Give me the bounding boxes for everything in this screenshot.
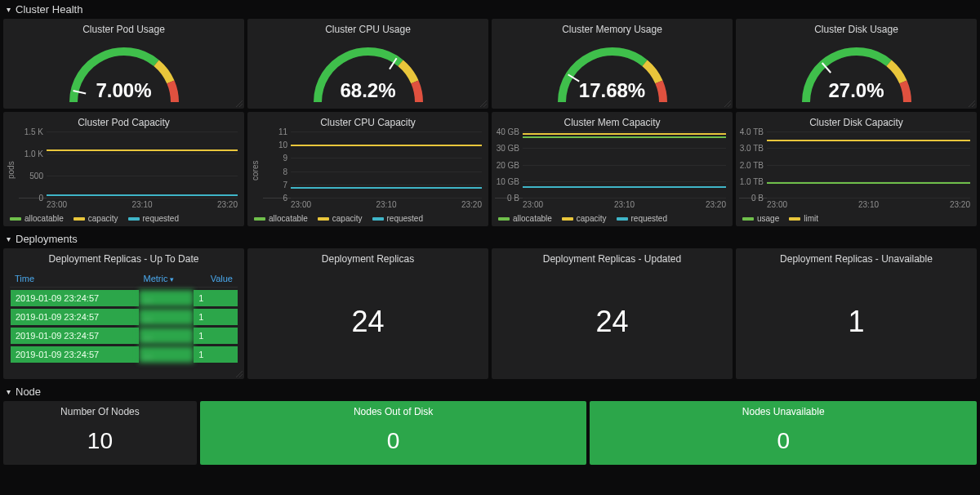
deployment-replicas-unavailable-panel[interactable]: Deployment Replicas - Unavailable 1: [736, 248, 977, 379]
legend-item[interactable]: capacity: [74, 214, 118, 223]
stat-value: 24: [247, 265, 488, 379]
legend: usagelimit: [736, 211, 977, 226]
legend: allocatablecapacityrequested: [247, 211, 488, 226]
panel-title: Deployment Replicas - Unavailable: [736, 248, 977, 265]
panel-title: Cluster CPU Capacity: [247, 112, 488, 128]
stat-value: 10: [3, 417, 197, 465]
legend-item[interactable]: allocatable: [498, 214, 552, 223]
col-value[interactable]: Value: [194, 270, 238, 288]
capacity-chart-panel[interactable]: Cluster Disk Capacity 0 B1.0 TB2.0 TB3.0…: [736, 112, 977, 226]
gauge: 7.00%: [3, 35, 244, 110]
deployment-replicas-table: Time Metric Value 2019-01-09 23:24:57…12…: [3, 265, 244, 370]
deployments-row: Deployment Replicas - Up To Date Time Me…: [0, 248, 980, 382]
capacity-chart-panel[interactable]: Cluster Pod Capacity pods 05001.0 K1.5 K…: [3, 112, 244, 226]
table-row[interactable]: 2019-01-09 23:24:57…1: [10, 346, 238, 363]
gauge: 68.2%: [247, 35, 488, 110]
legend-item[interactable]: usage: [742, 214, 779, 223]
chevron-down-icon: ▾: [7, 234, 11, 243]
panel-title: Cluster Disk Usage: [736, 19, 977, 35]
legend-item[interactable]: allocatable: [10, 214, 64, 223]
legend-item[interactable]: requested: [372, 214, 423, 223]
node-row: Number Of Nodes 10 Nodes Out of Disk 0 N…: [0, 401, 980, 468]
legend-item[interactable]: capacity: [562, 214, 607, 223]
chevron-down-icon: ▾: [7, 387, 11, 396]
panel-title: Cluster Disk Capacity: [736, 112, 977, 128]
gauge-panel[interactable]: Cluster Memory Usage 17.68%: [492, 19, 733, 109]
gauge: 27.0%: [736, 35, 977, 110]
table-row[interactable]: 2019-01-09 23:24:57…1: [10, 309, 238, 325]
plot[interactable]: 05001.0 K1.5 K 23:0023:1023:20: [19, 132, 238, 209]
col-time[interactable]: Time: [10, 270, 139, 288]
legend: allocatablecapacityrequested: [492, 211, 733, 226]
stat-value: 24: [492, 265, 733, 379]
stat-value: 0: [590, 417, 977, 465]
gauge-panel[interactable]: Cluster Disk Usage 27.0%: [736, 19, 977, 109]
deployment-replicas-updated-panel[interactable]: Deployment Replicas - Updated 24: [492, 248, 733, 379]
panel-title: Cluster CPU Usage: [247, 19, 488, 35]
stat-value: 0: [200, 417, 587, 465]
gauge-value: 27.0%: [787, 79, 926, 102]
legend-item[interactable]: requested: [617, 214, 667, 223]
capacity-row: Cluster Pod Capacity pods 05001.0 K1.5 K…: [0, 112, 980, 230]
gauge-panel[interactable]: Cluster Pod Usage 7.00%: [3, 19, 244, 109]
panel-title: Nodes Out of Disk: [200, 401, 587, 417]
gauge: 17.68%: [492, 35, 733, 110]
plot[interactable]: 0 B1.0 TB2.0 TB3.0 TB4.0 TB 23:0023:1023…: [739, 132, 970, 209]
section-title: Deployments: [16, 233, 78, 245]
y-axis-label: cores: [251, 132, 260, 209]
panel-title: Cluster Pod Capacity: [3, 112, 244, 128]
panel-title: Cluster Pod Usage: [3, 19, 244, 35]
capacity-chart-panel[interactable]: Cluster CPU Capacity cores 67891011 23:0…: [247, 112, 488, 226]
plot[interactable]: 67891011 23:0023:1023:20: [263, 132, 482, 209]
x-axis-ticks: 23:0023:1023:20: [739, 198, 970, 209]
node-stat-panel[interactable]: Nodes Out of Disk 0: [200, 401, 587, 465]
panel-title: Deployment Replicas - Updated: [492, 248, 733, 265]
table-row[interactable]: 2019-01-09 23:24:57…1: [10, 290, 238, 306]
gauge-value: 68.2%: [299, 79, 438, 102]
resize-handle-icon: [236, 371, 243, 377]
legend-item[interactable]: allocatable: [254, 214, 308, 223]
legend: allocatablecapacityrequested: [3, 211, 244, 226]
section-title: Cluster Health: [16, 3, 82, 16]
plot[interactable]: 0 B10 GB20 GB30 GB40 GB 23:0023:1023:20: [495, 132, 726, 209]
x-axis-ticks: 23:0023:1023:20: [19, 198, 238, 209]
panel-title: Deployment Replicas: [247, 248, 488, 265]
x-axis-ticks: 23:0023:1023:20: [495, 198, 726, 209]
legend-item[interactable]: requested: [128, 214, 179, 223]
panel-title: Nodes Unavailable: [590, 401, 977, 417]
x-axis-ticks: 23:0023:1023:20: [263, 198, 482, 209]
capacity-chart-panel[interactable]: Cluster Mem Capacity 0 B10 GB20 GB30 GB4…: [492, 112, 733, 226]
section-header-deployments[interactable]: ▾ Deployments: [0, 230, 980, 248]
section-title: Node: [16, 386, 41, 398]
gauge-value: 7.00%: [55, 79, 194, 102]
panel-title: Cluster Memory Usage: [492, 19, 733, 35]
node-stat-panel[interactable]: Nodes Unavailable 0: [590, 401, 977, 465]
stat-value: 1: [736, 265, 977, 379]
y-axis-label: pods: [7, 132, 16, 209]
deployment-replicas-panel[interactable]: Deployment Replicas 24: [247, 248, 488, 379]
section-header-node[interactable]: ▾ Node: [0, 382, 980, 401]
table-row[interactable]: 2019-01-09 23:24:57…1: [10, 328, 238, 344]
panel-title: Number Of Nodes: [3, 401, 197, 417]
node-stat-panel[interactable]: Number Of Nodes 10: [3, 401, 197, 465]
panel-title: Deployment Replicas - Up To Date: [3, 248, 244, 265]
chevron-down-icon: ▾: [7, 5, 11, 14]
gauge-value: 17.68%: [543, 79, 682, 102]
panel-title: Cluster Mem Capacity: [492, 112, 733, 128]
legend-item[interactable]: limit: [789, 214, 818, 223]
col-metric[interactable]: Metric: [139, 270, 194, 288]
gauge-panel[interactable]: Cluster CPU Usage 68.2%: [247, 19, 488, 109]
deployment-replicas-table-panel[interactable]: Deployment Replicas - Up To Date Time Me…: [3, 248, 244, 379]
section-header-cluster-health[interactable]: ▾ Cluster Health: [0, 0, 980, 19]
legend-item[interactable]: capacity: [318, 214, 363, 223]
gauges-row: Cluster Pod Usage 7.00% Cluster CPU Usag…: [0, 19, 980, 112]
